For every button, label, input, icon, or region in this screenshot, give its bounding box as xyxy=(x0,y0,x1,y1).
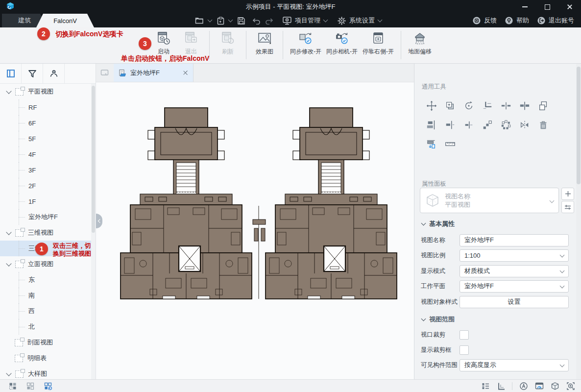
tree-item-6[interactable]: 2F xyxy=(0,178,91,194)
offset-icon[interactable] xyxy=(426,138,437,150)
project-manage-menu[interactable]: 项目管理 xyxy=(282,16,329,25)
tree-item-12[interactable]: 东 xyxy=(0,272,91,288)
open-file-dropdown-icon[interactable] xyxy=(208,18,213,23)
tree-item-17[interactable]: 明细表 xyxy=(0,350,91,366)
layout-grid-a-icon[interactable] xyxy=(8,381,17,391)
tree-item-14[interactable]: 西 xyxy=(0,303,91,319)
open-file-icon[interactable] xyxy=(195,14,204,27)
tree-item-0[interactable]: 平面视图 xyxy=(0,84,91,99)
tree-item-13[interactable]: 南 xyxy=(0,288,91,303)
chevron-down-icon[interactable] xyxy=(6,261,11,266)
tree-item-18[interactable]: 大样图 xyxy=(0,366,91,379)
view-scale-select[interactable]: 1:100 xyxy=(460,249,569,262)
tree-item-16[interactable]: 剖面视图 xyxy=(0,335,91,350)
dock-right-button[interactable]: 停靠右侧-开 xyxy=(360,30,396,57)
maximize-button[interactable] xyxy=(536,0,558,14)
view-name-input[interactable]: 室外地坪F xyxy=(460,234,569,246)
stack-align-icon[interactable] xyxy=(426,119,437,131)
tree-item-5[interactable]: 3F xyxy=(0,162,91,178)
layout-grid-b-icon[interactable] xyxy=(25,381,35,391)
close-button[interactable] xyxy=(558,0,581,14)
tree-item-2[interactable]: 6F xyxy=(0,115,91,131)
tree-item-3[interactable]: 5F xyxy=(0,131,91,147)
exit-button[interactable]: 退出 xyxy=(177,30,205,57)
system-settings-menu[interactable]: 系统设置 xyxy=(337,16,383,25)
viewport-crop-checkbox[interactable] xyxy=(460,330,469,340)
copy-icon[interactable] xyxy=(444,100,456,112)
detail-list-icon[interactable] xyxy=(481,381,490,391)
ground-offset-button[interactable]: 地面偏移 xyxy=(406,30,434,57)
refresh-button[interactable]: 刷新 xyxy=(214,30,242,57)
annotation-step-3-badge: 3 xyxy=(139,37,151,50)
array-radial-icon[interactable] xyxy=(500,119,512,131)
render-image-button[interactable]: 效果图 xyxy=(251,30,278,57)
view-cube-icon[interactable] xyxy=(550,381,559,391)
move-icon[interactable] xyxy=(426,100,437,112)
panel-layout-icon[interactable] xyxy=(0,64,22,83)
tab-list-icon[interactable] xyxy=(96,64,114,82)
minimize-button[interactable] xyxy=(513,0,536,14)
match-icon[interactable] xyxy=(537,100,549,112)
trim-icon[interactable] xyxy=(482,100,493,112)
tree-scrollbar[interactable] xyxy=(91,84,96,379)
zoom-extents-icon[interactable] xyxy=(566,381,575,391)
logout-button[interactable]: 退出账号 xyxy=(537,16,574,25)
drawing-canvas[interactable] xyxy=(96,82,414,379)
tree-item-9[interactable]: 三维视图 xyxy=(0,225,91,241)
redo-icon[interactable] xyxy=(265,14,274,27)
paste-dropdown-icon[interactable] xyxy=(228,18,233,23)
add-property-button[interactable] xyxy=(561,188,574,200)
tree-item-11[interactable]: 立面视图 xyxy=(0,256,91,272)
display-mode-select[interactable]: 材质模式 xyxy=(460,265,569,277)
delete-icon[interactable] xyxy=(537,119,549,131)
paste-icon[interactable] xyxy=(217,14,225,27)
rotate-icon[interactable] xyxy=(463,100,475,112)
align-right-icon[interactable] xyxy=(463,119,475,131)
visible-range-select[interactable]: 按高度显示 xyxy=(460,359,569,371)
chevron-down-icon[interactable] xyxy=(6,88,11,94)
tree-scrollbar-thumb[interactable] xyxy=(92,86,95,233)
split-icon[interactable] xyxy=(500,100,512,112)
tree-item-1[interactable]: RF xyxy=(0,99,91,115)
chevron-down-icon[interactable] xyxy=(6,370,11,376)
perf-monitor-icon[interactable] xyxy=(534,381,544,391)
align-icon[interactable] xyxy=(519,100,531,112)
type-selector[interactable]: 视图名称 平面视图 xyxy=(420,188,559,213)
array-linear-icon[interactable] xyxy=(482,119,493,131)
quick-access-toolbar: 项目管理 系统设置 xyxy=(195,14,383,27)
help-button[interactable]: 帮助 xyxy=(505,16,529,25)
tab-falconv[interactable]: FalconV xyxy=(36,14,94,27)
feedback-button[interactable]: 反馈 xyxy=(472,16,497,25)
tree-item-15[interactable]: 北 xyxy=(0,319,91,335)
undo-icon[interactable] xyxy=(252,14,261,27)
properties-scrollbar-thumb[interactable] xyxy=(577,67,581,184)
filter-icon[interactable] xyxy=(22,64,43,83)
corner-axis-icon[interactable] xyxy=(496,381,506,391)
document-tab-close-icon[interactable] xyxy=(183,70,188,75)
tree-item-7[interactable]: 1F xyxy=(0,194,91,209)
launch-button[interactable]: 启动 xyxy=(150,30,177,57)
save-icon[interactable] xyxy=(237,14,245,27)
properties-scrollbar[interactable] xyxy=(576,64,581,379)
section-view-range[interactable]: 视图范围 xyxy=(422,315,455,324)
section-view-range-label: 视图范围 xyxy=(429,315,455,324)
tree-item-8[interactable]: 室外地坪F xyxy=(0,209,91,225)
sync-edit-button[interactable]: 同步修改-开 xyxy=(288,30,324,57)
mirror-icon[interactable] xyxy=(519,119,531,131)
locate-icon[interactable] xyxy=(43,64,65,83)
object-style-settings-button[interactable]: 设置 xyxy=(460,296,569,308)
tree-item-4[interactable]: 4F xyxy=(0,147,91,162)
measure-icon[interactable] xyxy=(444,138,456,150)
sync-camera-button[interactable]: 同步相机-开 xyxy=(324,30,360,57)
layout-reset-icon[interactable] xyxy=(43,381,52,391)
filter-property-button[interactable] xyxy=(561,201,574,213)
section-basic-properties[interactable]: 基本属性 xyxy=(422,220,455,228)
document-tab-active[interactable]: 室外地坪F xyxy=(114,64,194,82)
system-settings-label: 系统设置 xyxy=(349,16,375,25)
tree-item-label: 1F xyxy=(28,198,36,205)
auto-a-icon[interactable] xyxy=(519,381,528,391)
work-plane-select[interactable]: 室外地坪F xyxy=(460,280,569,293)
show-crop-box-checkbox[interactable] xyxy=(460,345,469,355)
chevron-down-icon[interactable] xyxy=(6,229,11,235)
align-left-icon[interactable] xyxy=(444,119,456,131)
